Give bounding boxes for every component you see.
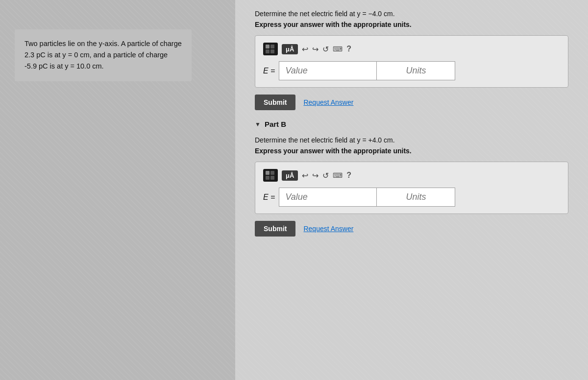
part-b-eq-label: E = (263, 193, 275, 202)
problem-statement: Two particles lie on the y-axis. A parti… (15, 29, 192, 81)
part-b-refresh-icon[interactable]: ↺ (322, 171, 329, 180)
part-b-mu-label[interactable]: μÅ (282, 170, 298, 181)
problem-line2: 2.3 pC is at y = 0 cm, and a particle of… (24, 51, 168, 59)
part-b-determine: Determine the net electric field at y = … (255, 136, 568, 144)
part-a-formula-icon[interactable] (263, 43, 278, 55)
part-a-units-input[interactable] (377, 61, 455, 80)
part-a-redo-icon[interactable]: ↪ (312, 45, 318, 54)
part-b-express: Express your answer with the appropriate… (255, 147, 568, 155)
svg-rect-5 (270, 171, 274, 175)
part-b-label: Part B (265, 120, 286, 128)
part-b-redo-icon[interactable]: ↪ (312, 171, 318, 180)
part-a-eq-label: E = (263, 67, 275, 75)
part-a-undo-icon[interactable]: ↩ (302, 45, 308, 54)
part-b-value-input[interactable] (279, 188, 377, 207)
svg-rect-6 (266, 176, 270, 180)
part-a-keyboard-icon[interactable]: ⌨ (333, 45, 343, 53)
part-b-header: ▼ Part B (255, 120, 568, 128)
part-b-keyboard-icon[interactable]: ⌨ (333, 171, 343, 179)
svg-rect-3 (270, 49, 274, 53)
part-a-answer-box: μÅ ↩ ↪ ↺ ⌨ ? E = (255, 35, 568, 88)
part-b-help-icon[interactable]: ? (346, 171, 351, 180)
part-b-button-row: Submit Request Answer (255, 221, 568, 237)
part-b-answer-box: μÅ ↩ ↪ ↺ ⌨ ? E = (255, 162, 568, 214)
part-a-help-icon[interactable]: ? (346, 45, 351, 53)
part-b-toolbar: μÅ ↩ ↪ ↺ ⌨ ? (263, 169, 560, 182)
part-a-input-row: E = (263, 61, 560, 80)
part-a-submit-button[interactable]: Submit (255, 95, 295, 110)
part-b-input-row: E = (263, 188, 560, 207)
part-b-units-input[interactable] (377, 188, 455, 207)
part-a-toolbar: μÅ ↩ ↪ ↺ ⌨ ? (263, 43, 560, 55)
part-a-express: Express your answer with the appropriate… (255, 21, 568, 28)
svg-rect-2 (266, 49, 270, 53)
part-b-submit-button[interactable]: Submit (255, 221, 295, 237)
left-panel: Two particles lie on the y-axis. A parti… (0, 0, 235, 380)
svg-rect-4 (266, 171, 270, 175)
svg-rect-0 (266, 45, 270, 48)
part-b-undo-icon[interactable]: ↩ (302, 171, 308, 180)
part-a-value-input[interactable] (279, 61, 377, 80)
svg-rect-1 (270, 45, 274, 48)
part-b-formula-icon[interactable] (263, 169, 278, 182)
part-a-refresh-icon[interactable]: ↺ (322, 45, 329, 54)
part-a-button-row: Submit Request Answer (255, 95, 568, 110)
part-b-collapse-arrow[interactable]: ▼ (255, 121, 261, 128)
right-panel: Determine the net electric field at y = … (235, 0, 588, 380)
problem-line3: -5.9 pC is at y = 10.0 cm. (24, 62, 104, 70)
svg-rect-7 (270, 176, 274, 180)
part-a-request-answer-link[interactable]: Request Answer (303, 98, 353, 106)
part-a-mu-label[interactable]: μÅ (282, 44, 298, 54)
part-a-determine: Determine the net electric field at y = … (255, 10, 568, 18)
problem-line1: Two particles lie on the y-axis. A parti… (24, 40, 182, 48)
part-b-request-answer-link[interactable]: Request Answer (303, 225, 353, 233)
